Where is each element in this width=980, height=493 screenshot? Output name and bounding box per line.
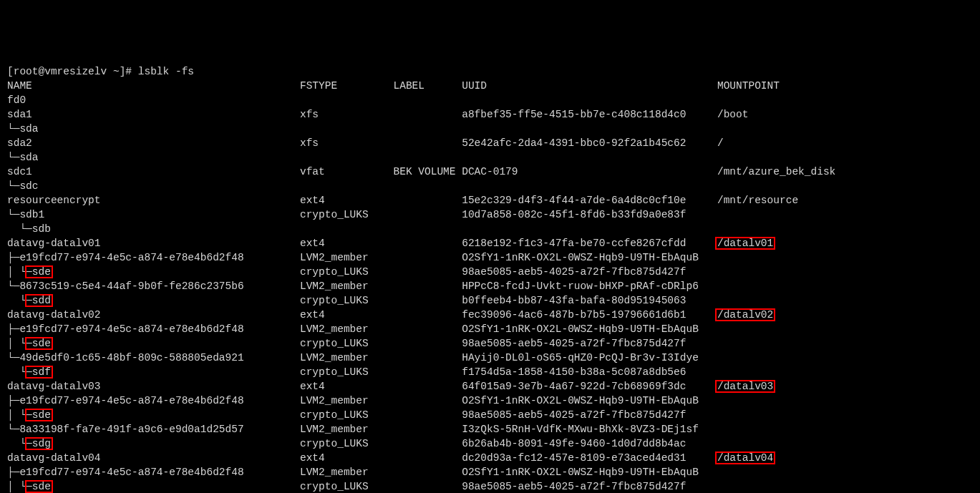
terminal-line: datavg-datalv02 ext4 fec39096-4ac6-487b-…: [7, 308, 973, 322]
terminal-line: datavg-datalv03 ext4 64f015a9-3e7b-4a67-…: [7, 379, 973, 394]
terminal-line: NAME FSTYPE LABEL UUID MOUNTPOINT: [7, 79, 973, 93]
terminal-line: sda1 xfs a8fbef35-ff5e-4515-bb7e-c408c11…: [7, 107, 973, 122]
mountpoint-highlight: [715, 380, 775, 393]
terminal-line: datavg-datalv04 ext4 dc20d93a-fc12-457e-…: [7, 451, 973, 465]
terminal-output: [root@vmresizelv ~]# lsblk -fsNAME FSTYP…: [7, 64, 973, 493]
disk-highlight: [25, 337, 53, 350]
terminal-line: └─sdc: [7, 179, 973, 193]
terminal-line: fd0: [7, 93, 973, 107]
mountpoint-highlight: [715, 237, 775, 250]
terminal-line: ├─e19fcd77-e974-4e5c-a874-e78e4b6d2f48 L…: [7, 465, 973, 479]
terminal-line: ├─e19fcd77-e974-4e5c-a874-e78e4b6d2f48 L…: [7, 394, 973, 408]
terminal-line: └─8a33198f-fa7e-491f-a9c6-e9d0a1d25d57 L…: [7, 422, 973, 436]
terminal-line: [root@vmresizelv ~]# lsblk -fs: [7, 64, 973, 79]
terminal-line: sdc1 vfat BEK VOLUME DCAC-0179 /mnt/azur…: [7, 165, 973, 179]
terminal-line: │ └─sde crypto_LUKS 98ae5085-aeb5-4025-a…: [7, 479, 973, 493]
terminal-line: └─sdb1 crypto_LUKS 10d7a858-082c-45f1-8f…: [7, 208, 973, 222]
terminal-line: datavg-datalv01 ext4 6218e192-f1c3-47fa-…: [7, 236, 973, 250]
terminal-line: ├─e19fcd77-e974-4e5c-a874-e78e4b6d2f48 L…: [7, 250, 973, 265]
terminal-line: └─sda: [7, 150, 973, 165]
disk-highlight: [25, 265, 53, 278]
mountpoint-highlight: [715, 451, 775, 464]
terminal-line: └─sdg crypto_LUKS 6b26ab4b-8091-49fe-946…: [7, 436, 973, 451]
terminal-line: │ └─sde crypto_LUKS 98ae5085-aeb5-4025-a…: [7, 336, 973, 351]
disk-highlight: [25, 480, 53, 493]
terminal-line: └─sdd crypto_LUKS b0ffeeb4-bb87-43fa-baf…: [7, 293, 973, 308]
terminal-line: │ └─sde crypto_LUKS 98ae5085-aeb5-4025-a…: [7, 408, 973, 422]
terminal-line: └─sdb: [7, 222, 973, 236]
terminal-line: │ └─sde crypto_LUKS 98ae5085-aeb5-4025-a…: [7, 265, 973, 279]
terminal-line: └─sdf crypto_LUKS f1754d5a-1858-4150-b38…: [7, 365, 973, 379]
terminal-line: └─sda: [7, 122, 973, 136]
disk-highlight: [25, 366, 53, 379]
disk-highlight: [25, 409, 53, 421]
terminal-line: ├─e19fcd77-e974-4e5c-a874-e78e4b6d2f48 L…: [7, 322, 973, 336]
terminal-line: └─8673c519-c5e4-44af-9b0f-fe286c2375b6 L…: [7, 279, 973, 293]
mountpoint-highlight: [715, 308, 775, 321]
disk-highlight: [25, 294, 53, 307]
terminal-line: └─49de5df0-1c65-48bf-809c-588805eda921 L…: [7, 351, 973, 365]
terminal-line: sda2 xfs 52e42afc-2da4-4391-bbc0-92f2a1b…: [7, 136, 973, 150]
disk-highlight: [25, 437, 53, 450]
terminal-line: resourceencrypt ext4 15e2c329-d4f3-4f44-…: [7, 193, 973, 208]
